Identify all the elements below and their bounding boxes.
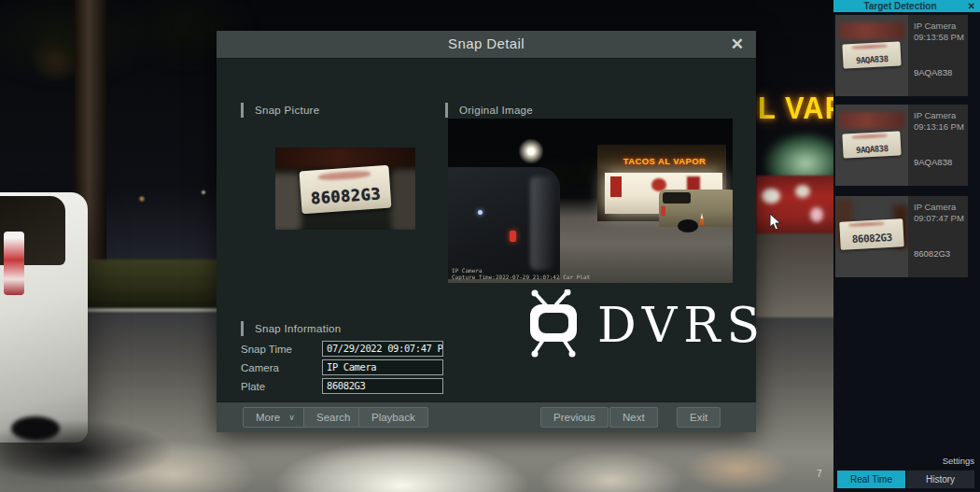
search-button[interactable]: Search [303, 407, 363, 428]
snap-time-field[interactable]: 07/29/2022 09:07:47 PM [322, 341, 443, 357]
detection-camera-and-time: IP Camera 09:13:58 PM [914, 21, 964, 43]
tree-silhouette [0, 0, 252, 112]
truck-tail-light [661, 206, 665, 216]
camera-label: Camera [241, 362, 322, 373]
detection-plate-number: 9AQA838 [914, 67, 952, 77]
truck-window [663, 192, 691, 204]
plate-thumbnail: 9AQA838 [835, 105, 908, 186]
road-shadow [0, 409, 215, 492]
plate-number-text: 86082G3 [310, 184, 382, 213]
license-plate-image: 86082G3 [300, 165, 392, 215]
camera-field[interactable]: IP Camera [322, 359, 443, 375]
snap-time-label: Snap Time [241, 344, 322, 355]
detection-camera-and-time: IP Camera 09:07:47 PM [914, 202, 964, 224]
section-accent-bar [241, 321, 244, 336]
section-accent-bar [445, 103, 448, 118]
snap-picture-image: 86082G3 [275, 148, 415, 230]
dvrs-logo-text: DVRS [597, 290, 766, 359]
plate-thumbnail: 9AQA838 [835, 15, 908, 96]
truck-bed-highlight [530, 176, 554, 270]
truck-brake-light [510, 231, 516, 242]
detection-list-item[interactable]: 9AQA838 IP Camera 09:13:16 PM 9AQA838 [835, 105, 968, 186]
dvrs-watermark: DVRS [525, 289, 766, 360]
close-icon[interactable]: ✕ [968, 0, 975, 12]
plate-thumbnail: 86082G3 [835, 196, 908, 277]
osd-overlay-text: IP Camera Capture Time:2022-07-29 21:07:… [452, 267, 590, 280]
target-detection-panel: Target Detection ✕ 9AQA838 IP Camera 09:… [833, 0, 980, 492]
dark-pickup-truck [448, 167, 560, 279]
plate-state-script [851, 44, 887, 49]
camera-row: Camera IP Camera [241, 359, 443, 375]
suv-tail-light [4, 232, 24, 295]
tan-pickup-truck [659, 190, 733, 227]
storefront-poster [795, 185, 810, 198]
chevron-down-icon: ∨ [288, 408, 295, 427]
image-blur-region [839, 22, 904, 39]
license-plate-image: 9AQA838 [842, 131, 901, 158]
storefront-base [756, 233, 833, 317]
storefront-poster [762, 189, 780, 204]
close-icon[interactable]: ✕ [731, 35, 744, 55]
playback-button[interactable]: Playback [358, 407, 428, 428]
tab-real-time[interactable]: Real Time [837, 471, 905, 488]
plate-label: Plate [241, 381, 322, 392]
image-blur-region [275, 174, 301, 230]
tv-logo-icon [525, 289, 582, 360]
target-detection-title: Target Detection [833, 0, 967, 12]
exit-button[interactable]: Exit [677, 407, 721, 428]
page-indicator: 7 [817, 469, 822, 479]
detection-list-item[interactable]: 86082G3 IP Camera 09:07:47 PM 86082G3 [835, 196, 968, 277]
snap-time-row: Snap Time 07/29/2022 09:07:47 PM [241, 341, 443, 357]
snap-detail-dialog: Snap Detail ✕ Snap Picture Original Imag… [217, 31, 756, 432]
settings-link[interactable]: Settings [943, 456, 974, 466]
dialog-title: Snap Detail [217, 35, 756, 51]
previous-button[interactable]: Previous [540, 407, 609, 428]
next-button[interactable]: Next [609, 407, 658, 428]
detection-list-item[interactable]: 9AQA838 IP Camera 09:13:58 PM 9AQA838 [835, 15, 968, 96]
snap-picture-section-label: Snap Picture [241, 103, 319, 118]
plate-state-script [318, 170, 371, 181]
plate-state-script [848, 221, 884, 227]
tab-history[interactable]: History [906, 471, 974, 488]
plate-state-script [851, 134, 887, 139]
taco-stand-sign-text: TACOS AL VAPOR [603, 156, 726, 166]
target-detection-header[interactable]: Target Detection ✕ [833, 0, 980, 12]
section-accent-bar [241, 103, 244, 118]
vapor-sign-text: L VAPOR [758, 91, 833, 127]
snap-information-section-label: Snap Information [241, 321, 341, 336]
plate-row: Plate 86082G3 [241, 378, 443, 394]
storefront-poster [810, 207, 823, 222]
detection-camera-and-time: IP Camera 09:13:16 PM [914, 110, 964, 133]
detection-plate-number: 86082G3 [914, 248, 950, 259]
plate-field[interactable]: 86082G3 [322, 378, 443, 394]
image-blur-region [275, 148, 415, 168]
image-blur-region [391, 170, 415, 230]
menu-board [610, 176, 622, 197]
truck-wheel [678, 219, 698, 232]
dvr-app-window: L VAPOR 7 Snap Detail ✕ Snap Picture Ori… [0, 0, 980, 492]
parked-white-suv [0, 192, 88, 443]
detection-plate-number: 9AQA838 [914, 157, 952, 167]
original-image-section-label: Original Image [445, 103, 533, 118]
license-plate-image: 9AQA838 [842, 41, 901, 68]
dialog-footer: More ∨ Search Playback Previous Next Exi… [217, 401, 756, 432]
red-storefront [756, 176, 833, 235]
more-button[interactable]: More ∨ [243, 407, 308, 428]
truck-reflection-light [478, 210, 483, 215]
image-blur-region [839, 112, 904, 129]
dialog-header[interactable]: Snap Detail ✕ [217, 31, 756, 59]
mouse-cursor [769, 213, 782, 235]
original-image: TACOS AL VAPOR IP Camera Capture Time:20… [448, 119, 733, 283]
license-plate-image: 86082G3 [839, 218, 903, 250]
